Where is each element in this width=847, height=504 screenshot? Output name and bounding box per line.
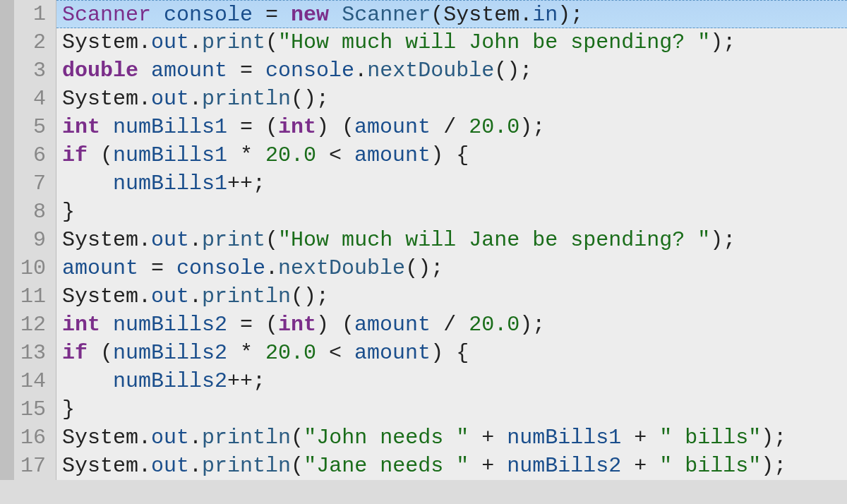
token-default: ++;	[227, 172, 265, 196]
token-default: (	[291, 426, 304, 450]
token-default: .	[265, 256, 278, 280]
code-area[interactable]: 1234567891011121314151617 Scanner consol…	[14, 0, 847, 480]
token-default: .	[519, 3, 532, 27]
code-line[interactable]: Scanner console = new Scanner(System.in)…	[56, 0, 847, 28]
token-class: System	[62, 284, 138, 308]
token-default: =	[138, 256, 176, 280]
token-default: (	[265, 30, 278, 54]
token-num: 20.0	[265, 341, 316, 365]
line-number: 16	[14, 424, 49, 452]
token-default: /	[431, 115, 469, 139]
code-line[interactable]: System.out.print("How much will Jane be …	[56, 226, 847, 254]
token-method: Scanner	[342, 3, 431, 27]
code-line[interactable]: System.out.println();	[56, 85, 847, 113]
token-default: );	[710, 30, 735, 54]
code-line[interactable]: }	[56, 395, 847, 424]
token-default: /	[431, 313, 469, 337]
token-ident: console	[176, 256, 265, 280]
token-kw: int	[62, 313, 100, 337]
token-default: ++;	[227, 369, 265, 393]
token-default: (	[88, 341, 113, 365]
token-ident: console	[265, 59, 354, 83]
token-default: .	[138, 284, 151, 308]
code-line[interactable]: amount = console.nextDouble();	[56, 254, 847, 282]
token-default: ();	[291, 284, 329, 308]
token-default: .	[354, 59, 367, 83]
code-line[interactable]: if (numBills1 * 20.0 < amount) {	[56, 141, 847, 169]
line-number: 4	[14, 85, 49, 113]
token-default: +	[469, 454, 507, 478]
code-line[interactable]: if (numBills2 * 20.0 < amount) {	[56, 339, 847, 367]
token-default: );	[519, 313, 545, 337]
code-line[interactable]: int numBills1 = (int) (amount / 20.0);	[56, 113, 847, 141]
token-method: println	[202, 454, 291, 478]
token-default: ();	[494, 59, 532, 83]
token-method: println	[202, 87, 291, 111]
token-default: );	[761, 426, 786, 450]
line-number: 2	[14, 28, 49, 56]
token-field: out	[151, 87, 189, 111]
token-default: +	[621, 454, 659, 478]
token-field: out	[151, 228, 189, 252]
token-default: =	[227, 59, 265, 83]
code-content[interactable]: Scanner console = new Scanner(System.in)…	[56, 0, 847, 480]
token-default: .	[138, 228, 151, 252]
code-line[interactable]: System.out.println("John needs " + numBi…	[56, 424, 847, 452]
token-kw: int	[278, 115, 316, 139]
token-ident: numBills2	[113, 313, 227, 337]
code-editor: 1234567891011121314151617 Scanner consol…	[0, 0, 847, 480]
token-default: .	[189, 30, 202, 54]
token-method: println	[202, 426, 291, 450]
code-line[interactable]: double amount = console.nextDouble();	[56, 56, 847, 85]
token-default: =	[253, 3, 291, 27]
token-default: .	[189, 284, 202, 308]
token-ident: amount	[354, 313, 431, 337]
token-default	[138, 59, 151, 83]
token-ident: numBills2	[113, 369, 227, 393]
token-class: System	[62, 87, 138, 111]
code-line[interactable]: }	[56, 198, 847, 226]
token-method: print	[202, 228, 265, 252]
code-line[interactable]: System.out.println();	[56, 282, 847, 311]
token-default: ) (	[316, 313, 354, 337]
token-class: System	[62, 30, 138, 54]
token-default: .	[138, 30, 151, 54]
token-default: = (	[227, 115, 278, 139]
token-default	[329, 3, 342, 27]
token-kw: new	[291, 3, 329, 27]
token-default: .	[138, 426, 151, 450]
token-default: (	[265, 228, 278, 252]
token-default: .	[189, 426, 202, 450]
token-method: nextDouble	[367, 59, 494, 83]
token-method: nextDouble	[278, 256, 405, 280]
token-default: (	[291, 454, 304, 478]
code-line[interactable]: System.out.print("How much will John be …	[56, 28, 847, 56]
token-string: "John needs "	[304, 426, 469, 450]
code-line[interactable]: System.out.println("Jane needs " + numBi…	[56, 452, 847, 480]
token-ident: numBills2	[507, 454, 621, 478]
token-ident: numBills2	[113, 341, 227, 365]
token-default: .	[189, 454, 202, 478]
token-ident: amount	[354, 143, 431, 167]
token-string: " bills"	[659, 454, 761, 478]
token-ident: amount	[62, 256, 138, 280]
token-field: out	[151, 454, 189, 478]
token-num: 20.0	[469, 115, 519, 139]
token-default: .	[138, 87, 151, 111]
token-type: Scanner	[62, 3, 151, 27]
line-number: 7	[14, 169, 49, 198]
token-default	[100, 115, 113, 139]
token-class: System	[62, 228, 138, 252]
token-method: print	[202, 30, 265, 54]
token-kw: int	[62, 115, 100, 139]
token-default: );	[558, 3, 583, 27]
token-default: <	[316, 341, 354, 365]
code-line[interactable]: numBills2++;	[56, 367, 847, 395]
token-default: <	[316, 143, 354, 167]
token-num: 20.0	[469, 313, 519, 337]
token-default: }	[62, 397, 75, 421]
code-line[interactable]: numBills1++;	[56, 169, 847, 198]
code-line[interactable]: int numBills2 = (int) (amount / 20.0);	[56, 311, 847, 339]
token-num: 20.0	[265, 143, 316, 167]
token-default: );	[761, 454, 786, 478]
